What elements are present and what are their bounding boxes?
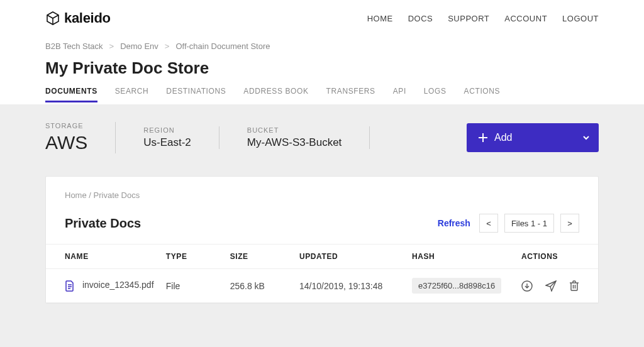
chevron-down-icon bbox=[582, 133, 591, 142]
file-name[interactable]: invoice_12345.pdf bbox=[82, 280, 154, 290]
nav-docs[interactable]: DOCS bbox=[408, 14, 433, 23]
nav-support[interactable]: SUPPORT bbox=[448, 14, 489, 23]
crumb-consortium[interactable]: B2B Tech Stack bbox=[45, 41, 103, 51]
nav-account[interactable]: ACCOUNT bbox=[504, 14, 547, 23]
bucket-value: My-AWS-S3-Bucket bbox=[247, 136, 342, 149]
region-label: REGION bbox=[143, 126, 191, 134]
col-actions: ACTIONS bbox=[521, 245, 598, 269]
logo-icon bbox=[45, 11, 60, 26]
region-value: Us-East-2 bbox=[143, 136, 191, 149]
crumb-sep: > bbox=[109, 41, 114, 51]
crumb-service[interactable]: Off-chain Document Store bbox=[175, 41, 270, 51]
file-hash[interactable]: e3725f60...8d898c16 bbox=[412, 278, 501, 294]
panel-title: Private Docs bbox=[65, 216, 141, 231]
pager-prev[interactable]: < bbox=[479, 214, 498, 233]
tab-actions[interactable]: ACTIONS bbox=[464, 87, 501, 101]
plus-icon bbox=[478, 133, 488, 143]
brand-name: kaleido bbox=[64, 10, 111, 26]
panel-breadcrumb: Home / Private Docs bbox=[65, 190, 579, 200]
add-dropdown-toggle[interactable] bbox=[574, 133, 599, 142]
add-button[interactable]: Add bbox=[467, 123, 599, 152]
crumb-env[interactable]: Demo Env bbox=[120, 41, 158, 51]
file-icon bbox=[65, 280, 75, 292]
file-size: 256.8 kB bbox=[230, 269, 299, 303]
storage-label: STORAGE bbox=[45, 122, 87, 129]
storage-value: AWS bbox=[45, 132, 87, 153]
col-type: TYPE bbox=[166, 245, 230, 269]
col-name: NAME bbox=[46, 245, 166, 269]
send-icon[interactable] bbox=[545, 280, 557, 292]
tab-api[interactable]: API bbox=[393, 87, 406, 101]
page-title: My Private Doc Store bbox=[45, 58, 599, 78]
pager-next[interactable]: > bbox=[560, 214, 579, 233]
col-updated: UPDATED bbox=[299, 245, 412, 269]
brand-logo[interactable]: kaleido bbox=[45, 10, 111, 26]
refresh-link[interactable]: Refresh bbox=[438, 218, 470, 228]
download-icon[interactable] bbox=[521, 280, 533, 292]
trash-icon[interactable] bbox=[569, 280, 579, 292]
col-size: SIZE bbox=[230, 245, 299, 269]
tab-documents[interactable]: DOCUMENTS bbox=[45, 87, 97, 102]
nav-logout[interactable]: LOGOUT bbox=[562, 14, 599, 23]
crumb-sep: > bbox=[165, 41, 170, 51]
nav-home[interactable]: HOME bbox=[367, 14, 393, 23]
col-hash: HASH bbox=[412, 245, 521, 269]
breadcrumb: B2B Tech Stack > Demo Env > Off-chain Do… bbox=[0, 30, 644, 55]
file-type: File bbox=[166, 269, 230, 303]
tab-address-book[interactable]: ADDRESS BOOK bbox=[243, 87, 308, 101]
file-updated: 14/10/2019, 19:13:48 bbox=[299, 269, 412, 303]
tab-search[interactable]: SEARCH bbox=[115, 87, 149, 101]
table-row: invoice_12345.pdf File 256.8 kB 14/10/20… bbox=[46, 269, 598, 303]
tab-transfers[interactable]: TRANSFERS bbox=[326, 87, 375, 101]
tab-destinations[interactable]: DESTINATIONS bbox=[166, 87, 226, 101]
bucket-label: BUCKET bbox=[247, 126, 342, 134]
tab-logs[interactable]: LOGS bbox=[424, 87, 447, 101]
pager-range[interactable]: Files 1 - 1 bbox=[504, 214, 554, 233]
add-button-label: Add bbox=[494, 132, 512, 143]
